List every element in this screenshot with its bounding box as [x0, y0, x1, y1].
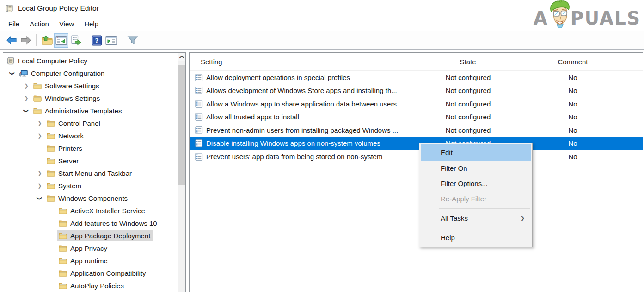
list-row[interactable]: Prevent users' app data from being store… [190, 150, 643, 163]
menu-item-all-tasks[interactable]: All Tasks❯ [421, 211, 531, 226]
menu-item-filter-options-[interactable]: Filter Options... [421, 176, 531, 191]
settings-list: Allow deployment operations in special p… [190, 71, 643, 163]
list-row[interactable]: Allow deployment operations in special p… [190, 71, 643, 84]
up-one-level-button[interactable] [40, 33, 54, 48]
menu-item-help[interactable]: Help [421, 230, 531, 245]
forward-button[interactable] [18, 33, 33, 48]
menu-file[interactable]: File [3, 17, 25, 31]
tree-node: Administrative Templates [32, 106, 125, 116]
menu-action[interactable]: Action [25, 17, 54, 31]
chevron-expanded-icon[interactable]: ❯ [7, 70, 18, 76]
chevron-collapsed-icon[interactable]: ❯ [34, 183, 45, 189]
tree-node: Start Menu and Taskbar [45, 168, 135, 179]
tree-item-app-runtime[interactable]: App runtime [3, 255, 177, 267]
chevron-expanded-icon[interactable]: ❯ [21, 108, 32, 114]
tree-item-windows-settings[interactable]: ❯Windows Settings [3, 92, 177, 105]
chevron-expanded-icon[interactable]: ❯ [34, 195, 45, 201]
show-properties-button[interactable] [104, 33, 118, 48]
policy-setting-icon [195, 139, 203, 147]
folder-icon [58, 270, 67, 277]
folder-icon [58, 232, 67, 239]
comment-cell: No [503, 87, 643, 94]
tree-item-label: App Privacy [70, 244, 107, 252]
menu-item-edit[interactable]: Edit [421, 144, 531, 161]
tree-item-label: Add features to Windows 10 [70, 219, 157, 227]
chevron-collapsed-icon[interactable]: ❯ [34, 170, 45, 176]
window-title: Local Group Policy Editor [18, 4, 99, 12]
menu-view[interactable]: View [54, 17, 79, 31]
tree-node: Server [45, 155, 82, 166]
scrollbar-up-arrow-icon[interactable]: ❯ [178, 53, 185, 61]
menu-item-label: Filter Options... [441, 180, 488, 187]
tree-item-control-panel[interactable]: ❯Control Panel [3, 117, 177, 130]
list-row[interactable]: Disable installing Windows apps on non-s… [190, 137, 643, 150]
tree-item-server[interactable]: Server [3, 155, 177, 167]
chevron-collapsed-icon[interactable]: ❯ [34, 133, 45, 139]
tree-item-printers[interactable]: Printers [3, 142, 177, 155]
filter-button[interactable] [125, 33, 140, 48]
menu-help[interactable]: Help [79, 17, 104, 31]
chevron-collapsed-icon[interactable]: ❯ [34, 120, 45, 126]
tree-node: Control Panel [45, 118, 104, 129]
column-header-comment[interactable]: Comment [503, 53, 643, 70]
tree-item-network[interactable]: ❯Network [3, 130, 177, 142]
tree-item-activex-installer-service[interactable]: ActiveX Installer Service [3, 205, 177, 217]
tree-item-local-computer-policy[interactable]: Local Computer Policy [3, 55, 177, 67]
tree-item-label: App runtime [70, 257, 108, 265]
toolbar-separator [122, 34, 122, 46]
tree-node: App Privacy [57, 243, 110, 254]
menu-item-label: Re-Apply Filter [441, 195, 486, 203]
tree-node: App Package Deployment [57, 230, 153, 241]
show-properties-icon [105, 36, 117, 45]
console-tree-panel: Local Computer Policy❯Computer Configura… [3, 52, 186, 292]
list-row[interactable]: Allows development of Windows Store apps… [190, 84, 643, 98]
export-list-button[interactable] [68, 33, 83, 48]
tree-node: App runtime [57, 255, 111, 266]
tree-item-software-settings[interactable]: ❯Software Settings [3, 80, 177, 92]
tree-item-add-features-to-windows-10[interactable]: Add features to Windows 10 [3, 217, 177, 230]
tree-node: Local Computer Policy [5, 55, 91, 67]
tree-node: Windows Components [45, 193, 131, 204]
tree-item-system[interactable]: ❯System [3, 180, 177, 192]
folder-icon [46, 132, 55, 139]
menu-item-filter-on[interactable]: Filter On [421, 161, 531, 176]
tree-item-administrative-templates[interactable]: ❯Administrative Templates [3, 105, 177, 117]
tree-item-label: System [58, 182, 81, 190]
list-row[interactable]: Prevent non-admin users from installing … [190, 124, 643, 137]
folder-icon [58, 207, 67, 214]
list-row[interactable]: Allow all trusted apps to installNot con… [190, 111, 643, 124]
folder-icon [46, 145, 55, 152]
back-icon [6, 35, 18, 45]
tree-scrollbar[interactable]: ❯ [178, 53, 185, 292]
tree-item-app-package-deployment[interactable]: App Package Deployment [3, 230, 177, 242]
folder-icon [58, 282, 67, 289]
tree-item-autoplay-policies[interactable]: AutoPlay Policies [3, 280, 177, 292]
list-row[interactable]: Allow a Windows app to share application… [190, 97, 643, 111]
scrollbar-thumb[interactable] [178, 65, 185, 185]
tree-item-app-privacy[interactable]: App Privacy [3, 242, 177, 255]
setting-cell: Allow a Windows app to share application… [190, 100, 433, 108]
tree-item-application-compatibility[interactable]: Application Compatibility [3, 267, 177, 280]
tree-item-label: Network [58, 132, 84, 140]
tree-item-label: ActiveX Installer Service [70, 207, 145, 215]
tree-item-start-menu-and-taskbar[interactable]: ❯Start Menu and Taskbar [3, 167, 177, 180]
tree-item-windows-components[interactable]: ❯Windows Components [3, 192, 177, 205]
help-button[interactable]: ? [90, 33, 104, 48]
folder-icon [46, 157, 55, 164]
tree-node: Network [45, 130, 87, 141]
tree-item-computer-configuration[interactable]: ❯Computer Configuration [3, 67, 177, 80]
back-button[interactable] [4, 33, 18, 48]
show-console-tree-button[interactable] [54, 33, 68, 48]
setting-label: Allow a Windows app to share application… [206, 100, 397, 108]
local-group-policy-editor-window: Local Group Policy Editor A PUALS FileAc… [0, 0, 644, 292]
column-header-setting[interactable]: Setting [190, 53, 433, 70]
setting-label: Allow deployment operations in special p… [206, 74, 350, 81]
comment-cell: No [503, 100, 643, 108]
tree-node: Add features to Windows 10 [57, 218, 160, 229]
tree-item-label: Windows Components [58, 194, 128, 202]
column-header-state[interactable]: State [433, 53, 503, 70]
tree-item-label: Software Settings [45, 82, 99, 90]
chevron-collapsed-icon[interactable]: ❯ [21, 95, 32, 101]
setting-label: Prevent users' app data from being store… [206, 153, 382, 161]
chevron-collapsed-icon[interactable]: ❯ [21, 83, 32, 89]
